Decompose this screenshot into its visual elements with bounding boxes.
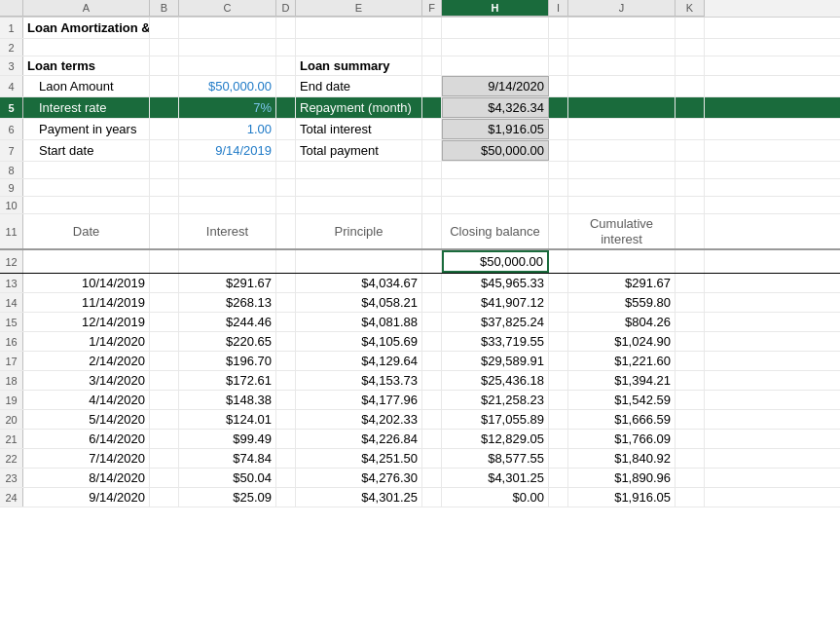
cell-4-K: [676, 76, 705, 96]
spreadsheet: A B C D E F H I J K 1 Loan Amortization …: [0, 0, 840, 507]
cell-13-date: 10/14/2019: [23, 274, 150, 292]
table-header-interest: Interest: [179, 214, 276, 248]
cell-14-date: 11/14/2019: [23, 293, 150, 312]
cell-14-principle: $4,058.21: [296, 293, 422, 312]
cell-2-C: [150, 39, 179, 56]
row-9: 9: [0, 179, 840, 197]
cell-22-principle: $4,251.50: [296, 449, 422, 468]
cell-24-closing: $0.00: [442, 488, 549, 507]
row-23: 23 8/14/2020 $50.04 $4,276.30 $4,301.25 …: [0, 469, 840, 488]
repayment-label: Repayment (month): [296, 97, 422, 118]
end-date-value: 9/14/2020: [442, 76, 549, 96]
row-8: 8: [0, 162, 840, 179]
cell-22-date: 7/14/2020: [23, 449, 150, 468]
row-20: 20 5/14/2020 $124.01 $4,202.33 $17,055.8…: [0, 410, 840, 430]
cell-17-interest: $196.70: [179, 352, 276, 370]
cell-19-principle: $4,177.96: [296, 391, 422, 409]
cell-21-cumulative: $1,766.09: [568, 430, 676, 448]
rownum-7: 7: [0, 140, 23, 161]
row-1: 1 Loan Amortization & Schedule: [0, 18, 840, 39]
cell-4-J: [568, 76, 676, 96]
cell-17-principle: $4,129.64: [296, 352, 422, 370]
cell-15-cumulative: $804.26: [568, 313, 676, 331]
table-header-cumulative-interest: Cumulative interest: [568, 214, 676, 248]
cell-20-interest: $124.01: [179, 410, 276, 429]
col-header-C: C: [179, 0, 276, 17]
loan-summary-heading: Loan summary: [296, 56, 422, 75]
cell-6-K: [676, 119, 705, 139]
rownum-17: 17: [0, 352, 23, 370]
loan-amount-label: Laon Amount: [23, 76, 150, 96]
cell-1-D: [179, 18, 276, 38]
cell-1-K: [676, 18, 705, 38]
payment-in-years-label: Payment in years: [23, 119, 150, 139]
cell-6-G: [422, 119, 442, 139]
row-10: 10: [0, 197, 840, 214]
cell-2-G: [422, 39, 442, 56]
cell-22-cumulative: $1,840.92: [568, 449, 676, 468]
cell-21-principle: $4,226.84: [296, 430, 422, 448]
cell-23-closing: $4,301.25: [442, 469, 549, 487]
cell-16-date: 1/14/2020: [23, 332, 150, 351]
cell-24-date: 9/14/2020: [23, 488, 150, 507]
rownum-4: 4: [0, 76, 23, 96]
cell-2-I: [549, 39, 568, 56]
cell-1-J: [568, 18, 676, 38]
row-4: 4 Laon Amount $50,000.00 End date 9/14/2…: [0, 76, 840, 97]
row-24: 24 9/14/2020 $25.09 $4,301.25 $0.00 $1,9…: [0, 488, 840, 507]
cell-3-G: [422, 56, 442, 75]
col-header-D: D: [276, 0, 296, 17]
cell-5-C: [150, 97, 179, 118]
total-payment-label: Total payment: [296, 140, 422, 161]
rownum-1: 1: [0, 18, 23, 38]
cell-23-interest: $50.04: [179, 469, 276, 487]
cell-19-closing: $21,258.23: [442, 391, 549, 409]
row-11: 11 Date Interest Principle Closing balan…: [0, 214, 840, 250]
rownum-10: 10: [0, 197, 23, 213]
cell-22-interest: $74.84: [179, 449, 276, 468]
cell-5-G: [422, 97, 442, 118]
cell-6-I: [549, 119, 568, 139]
row-21: 21 6/14/2020 $99.49 $4,226.84 $12,829.05…: [0, 430, 840, 449]
row-3: 3 Loan terms Loan summary: [0, 56, 840, 76]
row-19: 19 4/14/2020 $148.38 $4,177.96 $21,258.2…: [0, 391, 840, 410]
cell-1-C: [150, 18, 179, 38]
cell-19-cumulative: $1,542.59: [568, 391, 676, 409]
cell-3-D: [179, 56, 276, 75]
cell-17-closing: $29,589.91: [442, 352, 549, 370]
cell-4-C: [150, 76, 179, 96]
row-2: 2: [0, 39, 840, 56]
cell-23-cumulative: $1,890.96: [568, 469, 676, 487]
rownum-2: 2: [0, 39, 23, 56]
row-17: 17 2/14/2020 $196.70 $4,129.64 $29,589.9…: [0, 352, 840, 371]
cell-24-cumulative: $1,916.05: [568, 488, 676, 507]
cell-3-E: [276, 56, 296, 75]
col-header-E: E: [296, 0, 422, 17]
cell-17-cumulative: $1,221.60: [568, 352, 676, 370]
row-22: 22 7/14/2020 $74.84 $4,251.50 $8,577.55 …: [0, 449, 840, 469]
cell-16-principle: $4,105.69: [296, 332, 422, 351]
cell-2-B: [23, 39, 150, 56]
row-6: 6 Payment in years 1.00 Total interest $…: [0, 119, 840, 140]
cell-20-cumulative: $1,666.59: [568, 410, 676, 429]
col-header-J: K: [676, 0, 705, 17]
cell-7-E: [276, 140, 296, 161]
opening-balance[interactable]: $50,000.00: [442, 250, 549, 273]
cell-24-interest: $25.09: [179, 488, 276, 507]
total-payment-value: $50,000.00: [442, 140, 549, 161]
cell-24-principle: $4,301.25: [296, 488, 422, 507]
cell-2-H: [442, 39, 549, 56]
cell-16-interest: $220.65: [179, 332, 276, 351]
rownum-18: 18: [0, 371, 23, 390]
rownum-12: 12: [0, 250, 23, 273]
amortization-table: 13 10/14/2019 $291.67 $4,034.67 $45,965.…: [0, 274, 840, 507]
cell-19-interest: $148.38: [179, 391, 276, 409]
cell-1-E: [276, 18, 296, 38]
cell-15-date: 12/14/2019: [23, 313, 150, 331]
title-plain: Loan Amortization &: [27, 20, 150, 35]
cell-2-J: [568, 39, 676, 56]
total-interest-label: Total interest: [296, 119, 422, 139]
table-header-date: Date: [23, 214, 150, 248]
cell-1-H: [442, 18, 549, 38]
rownum-5: 5: [0, 97, 23, 118]
